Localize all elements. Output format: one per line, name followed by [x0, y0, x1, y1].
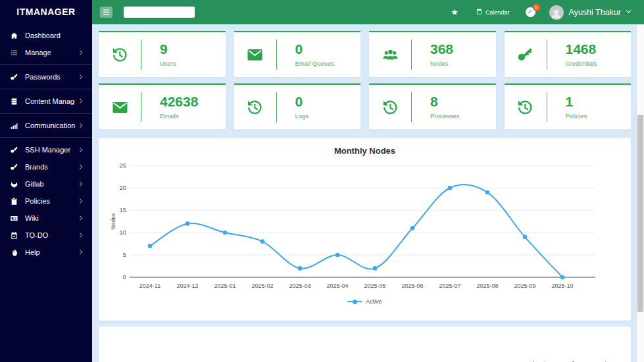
stat-card-processes: 8Processes — [369, 83, 496, 129]
history-icon — [246, 99, 264, 116]
search-input[interactable] — [124, 7, 195, 18]
key-icon — [10, 163, 18, 171]
svg-text:25: 25 — [119, 162, 126, 169]
stat-value: 9 — [160, 42, 176, 56]
user-name: Ayushi Thakur — [569, 8, 621, 17]
user-menu[interactable]: Ayushi Thakur — [569, 8, 632, 17]
stat-label: Policies — [566, 112, 587, 120]
stat-value: 42638 — [160, 95, 198, 108]
stat-divider — [547, 39, 547, 70]
menu-toggle-icon — [102, 8, 111, 16]
tasks-badge: 0 — [533, 4, 540, 11]
sidebar-item-label: Passwords — [25, 73, 75, 81]
content-area: 9Users0Email Queues368Nodes1468Credentia… — [92, 24, 636, 362]
legend-label: Active — [366, 298, 382, 305]
stat-label: Nodes — [430, 60, 453, 67]
svg-text:2025-06: 2025-06 — [401, 283, 423, 289]
calendar-button[interactable]: Calendar — [476, 8, 510, 16]
svg-text:2025-08: 2025-08 — [476, 283, 498, 289]
chevron-right-icon — [78, 232, 84, 238]
svg-text:2024-12: 2024-12 — [176, 283, 198, 289]
app-logo: ITMANAGER — [0, 0, 92, 24]
sidebar-item-dashboard[interactable]: Dashboard — [0, 27, 92, 44]
scrollbar-thumb[interactable] — [637, 115, 643, 312]
chevron-down-icon — [625, 8, 632, 15]
topbar: ★ Calendar ✓ 0 Ayushi Thakur — [92, 0, 644, 24]
sidebar-item-policies[interactable]: Policies — [0, 192, 92, 210]
stat-icon-box — [505, 99, 547, 116]
main-area: ★ Calendar ✓ 0 Ayushi Thakur 9Users0Emai… — [92, 0, 644, 362]
users-icon — [382, 46, 399, 64]
svg-text:5: 5 — [123, 251, 126, 258]
list-icon — [10, 49, 18, 57]
legend-marker-active — [347, 301, 362, 302]
stat-card-nodes: 368Nodes — [369, 31, 496, 77]
sidebar-item-help[interactable]: Help — [0, 244, 92, 261]
calendar-check-icon — [10, 231, 18, 240]
sidebar-item-manage[interactable]: Manage — [0, 44, 92, 61]
svg-text:10: 10 — [119, 229, 126, 236]
stat-label: Processes — [430, 112, 459, 120]
sidebar-item-brands[interactable]: Brands — [0, 158, 92, 175]
stat-value: 0 — [295, 42, 335, 56]
sidebar-item-wiki[interactable]: Wiki — [0, 210, 92, 227]
stat-divider — [276, 39, 277, 70]
stat-value: 1 — [566, 95, 587, 108]
app-root: ITMANAGER DashboardManagePasswordsConten… — [0, 0, 644, 362]
tasks-button[interactable]: ✓ 0 — [526, 7, 536, 18]
svg-text:2025-04: 2025-04 — [326, 283, 348, 289]
sidebar-item-label: Dashboard — [25, 32, 84, 39]
favorites-star-icon[interactable]: ★ — [451, 8, 458, 16]
page-scrollbar[interactable] — [636, 24, 644, 362]
svg-text:2024-11: 2024-11 — [139, 283, 161, 289]
envelope-icon — [111, 99, 129, 116]
stat-value: 8 — [430, 95, 459, 108]
sidebar-item-label: TO-DO — [25, 231, 75, 239]
sidebar-toggle-button[interactable] — [100, 7, 112, 18]
sidebar-item-label: Manage — [25, 49, 75, 57]
svg-text:20: 20 — [119, 184, 126, 191]
stat-value: 0 — [295, 95, 309, 108]
stat-icon-box — [369, 46, 411, 64]
chevron-down-icon — [625, 8, 632, 17]
sidebar-item-label: SSH Manager — [25, 146, 75, 154]
calendar-icon — [476, 8, 483, 16]
sidebar-item-label: Help — [25, 248, 75, 256]
chevron-right-icon — [78, 249, 84, 256]
items-panel: Showing 1-20 of 1,328,726 items. — [99, 327, 631, 362]
stat-label: Users — [160, 60, 176, 67]
stat-divider — [547, 92, 547, 122]
hands-helping-icon — [10, 248, 18, 257]
stat-icon-box — [99, 46, 141, 64]
sidebar-item-communications[interactable]: Communications — [0, 117, 92, 134]
stat-value: 1468 — [566, 42, 597, 56]
svg-text:2025-09: 2025-09 — [514, 283, 535, 289]
svg-text:2025-02: 2025-02 — [251, 283, 273, 289]
stat-label: Logs — [295, 112, 309, 120]
sidebar-item-to-do[interactable]: TO-DO — [0, 227, 92, 244]
chevron-right-icon — [78, 147, 84, 153]
sidebar-item-content-management[interactable]: Content Management — [0, 93, 92, 110]
stat-divider — [141, 92, 141, 122]
sidebar-item-gitlab[interactable]: Gitlab — [0, 175, 92, 192]
svg-text:2025-07: 2025-07 — [439, 283, 460, 289]
stat-icon-box — [505, 46, 547, 64]
clipboard-icon — [10, 197, 18, 206]
sidebar-item-passwords[interactable]: Passwords — [0, 68, 92, 85]
monthly-nodes-chart[interactable]: 0510152025Nodes2024-112024-122025-012025… — [109, 159, 599, 292]
sidebar-item-label: Wiki — [25, 214, 75, 222]
svg-text:15: 15 — [119, 206, 126, 214]
chevron-right-icon — [78, 98, 84, 104]
svg-text:0: 0 — [123, 273, 126, 281]
stat-divider — [141, 39, 141, 70]
key-icon — [10, 73, 18, 81]
chevron-right-icon — [78, 49, 84, 56]
chart-title: Monthly Nodes — [109, 146, 620, 159]
stat-label: Credentials — [566, 60, 597, 67]
avatar[interactable] — [549, 5, 564, 20]
history-icon — [382, 99, 399, 116]
history-icon — [516, 99, 534, 116]
sidebar-item-ssh-manager[interactable]: SSH Manager — [0, 141, 92, 158]
stat-value: 368 — [430, 42, 453, 56]
signal-icon — [10, 122, 18, 130]
